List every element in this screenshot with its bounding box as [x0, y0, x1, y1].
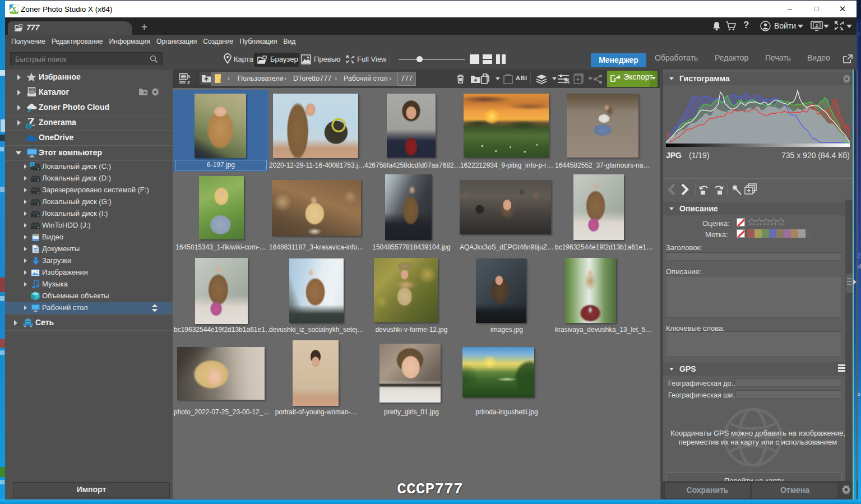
svg-text:Z: Z	[187, 80, 190, 85]
svg-text:A: A	[187, 74, 191, 79]
svg-text:2: 2	[816, 23, 818, 28]
svg-text:X: X	[12, 6, 17, 13]
